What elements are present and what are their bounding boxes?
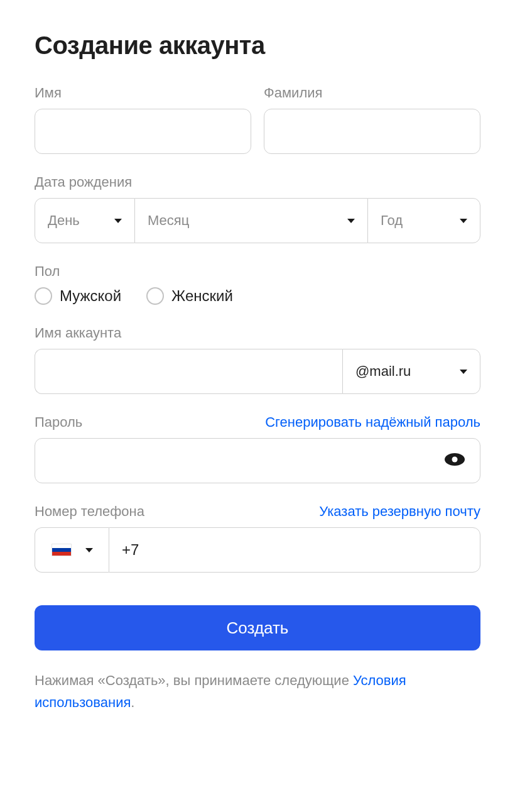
password-input[interactable] xyxy=(35,438,480,483)
birthdate-day-select[interactable]: День xyxy=(35,198,135,243)
first-name-label: Имя xyxy=(35,85,251,101)
birthdate-year-placeholder: Год xyxy=(381,212,403,229)
gender-male-radio[interactable]: Мужской xyxy=(35,287,121,305)
birthdate-year-select[interactable]: Год xyxy=(367,198,480,243)
phone-label: Номер телефона xyxy=(35,503,144,520)
birthdate-month-placeholder: Месяц xyxy=(148,212,189,229)
password-label: Пароль xyxy=(35,414,82,431)
generate-password-link[interactable]: Сгенерировать надёжный пароль xyxy=(265,414,480,431)
flag-icon xyxy=(52,544,72,556)
svg-point-1 xyxy=(452,457,458,463)
phone-input[interactable] xyxy=(109,527,480,573)
chevron-down-icon xyxy=(347,219,355,223)
terms-text: Нажимая «Создать», вы принимаете следующ… xyxy=(35,669,480,713)
phone-country-select[interactable] xyxy=(35,527,109,573)
create-button[interactable]: Создать xyxy=(35,605,480,650)
gender-label: Пол xyxy=(35,263,480,280)
radio-icon xyxy=(35,287,52,305)
eye-icon[interactable] xyxy=(444,453,465,469)
page-title: Создание аккаунта xyxy=(35,31,480,60)
birthdate-label: Дата рождения xyxy=(35,174,480,190)
chevron-down-icon xyxy=(85,548,93,552)
first-name-input[interactable] xyxy=(35,109,251,154)
gender-female-radio[interactable]: Женский xyxy=(146,287,233,305)
last-name-input[interactable] xyxy=(264,109,480,154)
chevron-down-icon xyxy=(114,219,122,223)
account-domain-value: @mail.ru xyxy=(355,363,411,380)
radio-icon xyxy=(146,287,164,305)
terms-prefix: Нажимая «Создать», вы принимаете следующ… xyxy=(35,672,353,688)
birthdate-month-select[interactable]: Месяц xyxy=(135,198,367,243)
account-domain-select[interactable]: @mail.ru xyxy=(342,349,480,394)
last-name-label: Фамилия xyxy=(264,85,480,101)
account-name-label: Имя аккаунта xyxy=(35,325,480,341)
account-name-input[interactable] xyxy=(35,349,342,394)
gender-male-label: Мужской xyxy=(60,287,121,305)
birthdate-day-placeholder: День xyxy=(48,212,80,229)
terms-suffix: . xyxy=(131,694,134,710)
gender-female-label: Женский xyxy=(171,287,233,305)
chevron-down-icon xyxy=(460,370,467,374)
backup-email-link[interactable]: Указать резервную почту xyxy=(319,503,480,520)
chevron-down-icon xyxy=(460,219,467,223)
